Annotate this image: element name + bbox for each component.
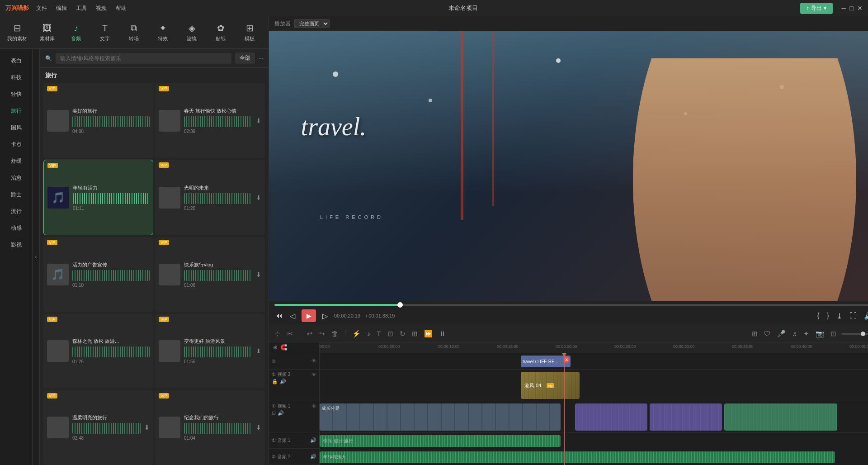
category-liuxing[interactable]: 流行: [0, 203, 32, 220]
play-button[interactable]: ▶: [302, 309, 316, 322]
toolbar-audio[interactable]: ♪ 音频: [67, 23, 85, 42]
toolbar-text[interactable]: T 文字: [96, 23, 114, 42]
category-donggan[interactable]: 动感: [0, 220, 32, 237]
clip-video1-green[interactable]: [724, 403, 837, 431]
download-icon-8[interactable]: ⬇: [256, 347, 261, 355]
more-options-icon[interactable]: ···: [259, 55, 263, 62]
view-mode-select[interactable]: 完整画页 适应画面 原始尺寸: [294, 19, 330, 28]
category-shufan[interactable]: 舒缓: [0, 153, 32, 170]
download-icon-2[interactable]: ⬇: [256, 117, 261, 124]
category-qingkuai[interactable]: 轻快: [0, 86, 32, 103]
tl-grid[interactable]: ⊞: [750, 328, 759, 339]
music-item-3[interactable]: VIP 🎵 年轻有活力 01:11: [43, 160, 153, 235]
tl-redo[interactable]: ↪: [318, 328, 326, 339]
category-lvxing[interactable]: 旅行: [0, 103, 32, 119]
zoom-slider[interactable]: [841, 333, 868, 335]
track-visibility-v2-icon[interactable]: 👁: [311, 372, 316, 377]
clip-text-travel[interactable]: travel / LIFE RE... ✕: [521, 356, 571, 367]
track-thumb-icon[interactable]: ⊟: [272, 410, 276, 416]
toolbar-template[interactable]: ⊞ 模板: [241, 23, 259, 42]
fullscreen-toggle[interactable]: ⛶: [849, 311, 858, 321]
search-input[interactable]: [56, 53, 231, 64]
progress-thumb[interactable]: [397, 302, 403, 308]
tl-music[interactable]: ♬: [791, 328, 798, 339]
add-track-button[interactable]: ⊕: [272, 343, 279, 352]
toolbar-my-material[interactable]: ⊟ 我的素材: [7, 23, 27, 42]
music-item-10[interactable]: VIP 纪念我们的旅行 01:04 ⬇: [155, 390, 265, 465]
music-item-4[interactable]: VIP 光明的未来 01:20 ⬇: [155, 160, 265, 235]
clip-audio1[interactable]: 快乐·假日·旅行: [320, 435, 561, 447]
tl-select-tool[interactable]: ⊹: [274, 328, 282, 339]
download-icon-6[interactable]: ⬇: [256, 271, 261, 278]
category-jueshi[interactable]: 爵士: [0, 186, 32, 203]
tl-freeze[interactable]: ⏸: [438, 328, 447, 339]
tl-shield[interactable]: 🛡: [763, 328, 772, 339]
clip-gangfeng04[interactable]: 港风 04 vip: [521, 372, 580, 399]
category-keji[interactable]: 科技: [0, 69, 32, 86]
menu-help[interactable]: 帮助: [116, 5, 127, 12]
tl-cut-tool[interactable]: ✂: [286, 328, 294, 339]
tl-pip[interactable]: ⊡: [829, 328, 838, 339]
tl-effect[interactable]: ✦: [802, 328, 811, 339]
tl-mic[interactable]: 🎤: [776, 328, 787, 339]
menu-video[interactable]: 视频: [96, 5, 107, 12]
music-item-9[interactable]: VIP 温柔明亮的旅行 02:48 ⬇: [43, 390, 153, 465]
tl-speed[interactable]: ⏩: [423, 328, 434, 339]
magnet-button[interactable]: 🧲: [279, 343, 288, 352]
music-item-2[interactable]: VIP 春天 旅行愉快 放松心情 02:39 ⬇: [155, 83, 265, 158]
tl-audio-extract[interactable]: ♪: [366, 328, 372, 339]
volume-button[interactable]: 🔊: [863, 311, 868, 321]
category-guofeng[interactable]: 国风: [0, 119, 32, 136]
menu-file[interactable]: 文件: [36, 5, 47, 12]
track-lock-v2-icon[interactable]: 🔒: [272, 379, 278, 384]
toolbar-sticker[interactable]: ✿ 贴纸: [212, 23, 230, 42]
tl-rotate[interactable]: ↻: [398, 328, 407, 339]
music-item-1[interactable]: VIP 美好的旅行 04:08: [43, 83, 153, 158]
minimize-button[interactable]: ─: [842, 5, 846, 12]
clip-audio2[interactable]: 年轻有活力: [320, 451, 835, 463]
clip-video1-purple2[interactable]: [650, 403, 722, 431]
category-collapse-button[interactable]: ‹: [33, 49, 40, 465]
download-icon-10[interactable]: ⬇: [256, 424, 261, 431]
music-item-7[interactable]: VIP 森林之光 放松 旅游... 01:25: [43, 314, 153, 389]
download-icon-4[interactable]: ⬇: [256, 194, 261, 201]
close-button[interactable]: ✕: [857, 5, 863, 12]
tl-text[interactable]: T: [376, 328, 382, 339]
maximize-button[interactable]: □: [850, 5, 854, 12]
tl-delete[interactable]: 🗑: [330, 328, 340, 339]
frame-back-button[interactable]: ◁: [289, 311, 296, 321]
timeline-playhead[interactable]: [564, 353, 565, 465]
progress-bar[interactable]: [274, 304, 868, 306]
toolbar-effects[interactable]: ✦ 特效: [154, 23, 172, 42]
frame-forward-button[interactable]: ▷: [321, 311, 329, 321]
tl-transform[interactable]: ⊞: [410, 328, 419, 339]
mark-in-button[interactable]: {: [816, 311, 820, 321]
toolbar-transition[interactable]: ⧉ 转场: [125, 23, 143, 42]
toolbar-asset-library[interactable]: 🖼 素材库: [38, 23, 56, 42]
menu-tools[interactable]: 工具: [76, 5, 87, 12]
music-item-6[interactable]: VIP 快乐旅行vlog 01:06 ⬇: [155, 237, 265, 312]
mark-out-button[interactable]: }: [826, 311, 830, 321]
category-biaobai[interactable]: 表白: [0, 52, 32, 69]
clip-video1-main[interactable]: 成长分界: [320, 403, 561, 431]
tl-crop[interactable]: ⊡: [386, 328, 395, 339]
tl-snapshot[interactable]: 📷: [814, 328, 826, 339]
category-yingshi[interactable]: 影视: [0, 237, 32, 253]
category-kadian[interactable]: 卡点: [0, 136, 32, 153]
track-visibility-v1-icon[interactable]: 👁: [311, 403, 316, 409]
clip-video1-purple1[interactable]: [575, 403, 647, 431]
tl-undo[interactable]: ↩: [306, 328, 314, 339]
insert-button[interactable]: ⤓: [835, 311, 843, 321]
tl-split[interactable]: ⚡: [351, 328, 362, 339]
category-zhiyu[interactable]: 治愈: [0, 170, 32, 186]
track-visibility-icon[interactable]: 👁: [311, 358, 316, 364]
toolbar-filter[interactable]: ◈ 滤镜: [183, 23, 201, 42]
track-mute-v2-icon[interactable]: 🔊: [280, 379, 286, 384]
export-button[interactable]: ↑ 导出 ▾: [800, 3, 833, 14]
skip-back-button[interactable]: ⏮: [274, 311, 283, 321]
music-item-8[interactable]: VIP 变得更好 旅游风景 01:55 ⬇: [155, 314, 265, 389]
filter-button[interactable]: 全部: [235, 52, 255, 64]
music-item-5[interactable]: VIP 🎵 活力的广告宣传 01:10: [43, 237, 153, 312]
download-icon-9[interactable]: ⬇: [144, 424, 150, 431]
menu-edit[interactable]: 编辑: [56, 5, 67, 12]
